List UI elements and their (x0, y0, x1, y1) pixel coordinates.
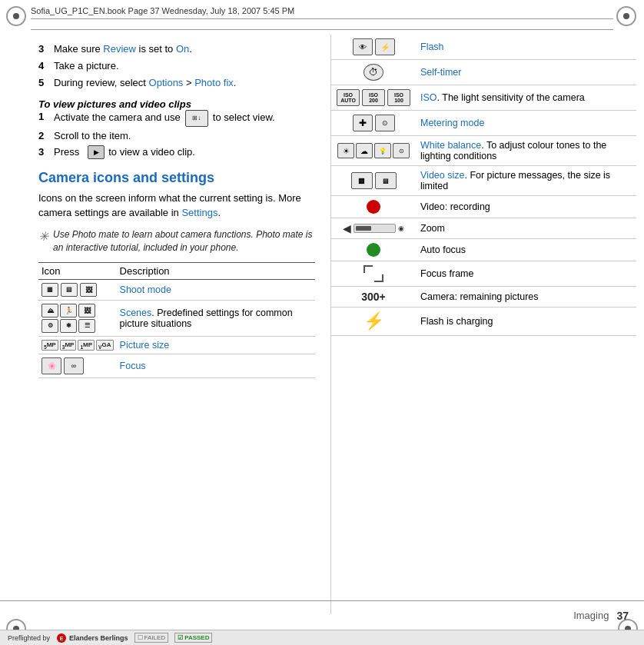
meter-link: Metering mode (420, 118, 484, 128)
wb-desc: White balance. To adjust colour tones to… (416, 136, 636, 166)
vidrec-text: Video: recording (420, 201, 490, 212)
icon-cell: 🌸 ∞ (38, 354, 117, 378)
step-m1: 1 Activate the camera and use ⊞↓ to sele… (38, 110, 315, 127)
settings-link: Settings (181, 207, 217, 218)
zoom-text: Zoom (420, 223, 445, 234)
icon-cell: 5MP 3MP 1MP VGA (38, 336, 117, 354)
camera-desc: Icons on the screen inform what the curr… (38, 191, 315, 221)
iso-icon-td: ISOAUTO ISO200 ISO100 (331, 85, 416, 111)
table-row: ISOAUTO ISO200 ISO100 ISO. The light sen… (331, 85, 636, 111)
scene-icon-6: ☰ (78, 319, 95, 333)
bottom-bar: Imaging 37 (0, 600, 644, 630)
step-m2: 2 Scroll to the item. (38, 129, 315, 143)
table-row: ☀ ☁ 💡 ⊙ White balance. To adjust colour … (331, 136, 636, 166)
table-row: Focus frame (331, 261, 636, 287)
table-row: 👁 ⚡ Flash (331, 35, 636, 60)
picsize-5mp: 5MP (41, 340, 58, 351)
top-corner-right (616, 6, 638, 28)
remaining-count: 300+ (361, 291, 386, 303)
settings-table: 👁 ⚡ Flash ⏱ Self-timer (331, 35, 636, 336)
table-row: ◀ ◉ Zoom (331, 218, 636, 239)
step-5: 5 During review, select Options > Photo … (38, 76, 315, 90)
focus-icons: 🌸 ∞ (41, 357, 114, 374)
timer-link: Self-timer (420, 67, 461, 78)
wb-icons: ☀ ☁ 💡 ⊙ (336, 143, 411, 158)
camera-heading: Camera icons and settings (38, 170, 315, 186)
table-row: ▦ ▤ 🖼 Shoot mode (38, 279, 315, 300)
scene-icon-3: 🖼 (78, 304, 95, 318)
svg-text:E: E (60, 636, 64, 641)
tip-text: Use Photo mate to learn about camera fun… (53, 228, 315, 254)
top-bar: Sofia_UG_P1C_EN.book Page 37 Wednesday, … (31, 6, 613, 19)
failed-label: FAILED (144, 634, 166, 641)
table-row: ✚ ⊙ Metering mode (331, 111, 636, 136)
meter-icon-1: ✚ (353, 115, 373, 131)
focusframe-desc: Focus frame (416, 261, 636, 287)
company-name: Elanders Berlings (69, 634, 128, 642)
photofix-link: Photo fix (194, 77, 234, 88)
lightning-icon: ⚡ (363, 311, 384, 331)
scene-icon-1: ⛰ (41, 304, 58, 318)
iso-100-icon: ISO100 (387, 89, 410, 106)
iso-auto-icon: ISOAUTO (337, 89, 360, 106)
vidrec-icon-td (331, 196, 416, 218)
flash-link: Flash (420, 42, 444, 52)
icon-cell: ⛰ 🏃 🖼 ⚙ ✱ ☰ (38, 300, 117, 336)
zoom-right-arrow: ◉ (398, 224, 404, 232)
zoom-left-arrow: ◀ (343, 222, 351, 234)
footer-imaging: Imaging (573, 610, 609, 621)
iso-desc: ISO. The light sensitivity of the camera (416, 85, 636, 111)
zoom-bar: ◀ ◉ (336, 222, 411, 234)
autofocus-desc: Auto focus (416, 239, 636, 261)
table-row: Video: recording (331, 196, 636, 218)
autofocus-text: Auto focus (420, 244, 466, 255)
step-text-m3: Press ▶ to view a video clip. (54, 145, 315, 159)
desc-cell: Scenes. Predefined settings for common p… (117, 300, 315, 336)
table-row: Auto focus (331, 239, 636, 261)
zoom-icon-td: ◀ ◉ (331, 218, 416, 239)
step-4: 4 Take a picture. (38, 59, 315, 73)
picsize-3mp: 3MP (60, 340, 77, 351)
step-num-5: 5 (38, 76, 51, 90)
step-text-3: Make sure Review is set to On. (54, 42, 315, 56)
picsize-icons: 5MP 3MP 1MP VGA (41, 340, 114, 351)
subsection-title: To view pictures and video clips (38, 98, 315, 110)
autofocus-icon-td (331, 239, 416, 261)
remaining-icon-td: 300+ (331, 287, 416, 308)
focusframe-text: Focus frame (420, 268, 473, 279)
picsize-link: Picture size (120, 340, 170, 351)
self-timer-icon: ⏱ (363, 64, 383, 81)
desc-cell: Shoot mode (117, 279, 315, 300)
meter-icon-2: ⊙ (375, 115, 395, 131)
timer-desc: Self-timer (416, 60, 636, 85)
scene-icon-4: ⚙ (41, 319, 58, 333)
focus-icon-2: ∞ (64, 357, 84, 374)
table-row: ⏱ Self-timer (331, 60, 636, 85)
step-3: 3 Make sure Review is set to On. (38, 42, 315, 56)
flash-desc: Flash (416, 35, 636, 60)
step-num-m3: 3 (38, 145, 51, 159)
step-text-5: During review, select Options > Photo fi… (54, 76, 315, 90)
header-title: Sofia_UG_P1C_EN.book Page 37 Wednesday, … (31, 6, 294, 15)
flashcharge-icon-td: ⚡ (331, 308, 416, 336)
flash-icon-td: 👁 ⚡ (331, 35, 416, 60)
preflighted-bar: Preflighted by E Elanders Berlings ☐ FAI… (0, 630, 644, 645)
left-column: 3 Make sure Review is set to On. 4 Take … (0, 35, 330, 614)
focus-frame-icon (363, 265, 383, 282)
step-num-m1: 1 (38, 110, 51, 124)
shoot-icon-3: 🖼 (80, 283, 97, 297)
table-row: ⛰ 🏃 🖼 ⚙ ✱ ☰ Scenes. Predefined settings … (38, 300, 315, 336)
scenes-icons: ⛰ 🏃 🖼 ⚙ ✱ ☰ (41, 304, 111, 333)
picsize-vga: VGA (96, 340, 113, 351)
meter-desc: Metering mode (416, 111, 636, 136)
icon-cell: ▦ ▤ 🖼 (38, 279, 117, 300)
table-row: ▦ ▤ Video size. For picture messages, th… (331, 166, 636, 196)
passed-badge: ☑ PASSED (174, 633, 212, 643)
steps-top: 3 Make sure Review is set to On. 4 Take … (38, 42, 315, 91)
metering-icons: ✚ ⊙ (336, 115, 411, 131)
shoot-icon-2: ▤ (61, 283, 78, 297)
scene-icon-5: ✱ (60, 319, 77, 333)
record-dot-icon (367, 200, 380, 214)
desc-cell: Picture size (117, 336, 315, 354)
step-num-4: 4 (38, 59, 51, 73)
